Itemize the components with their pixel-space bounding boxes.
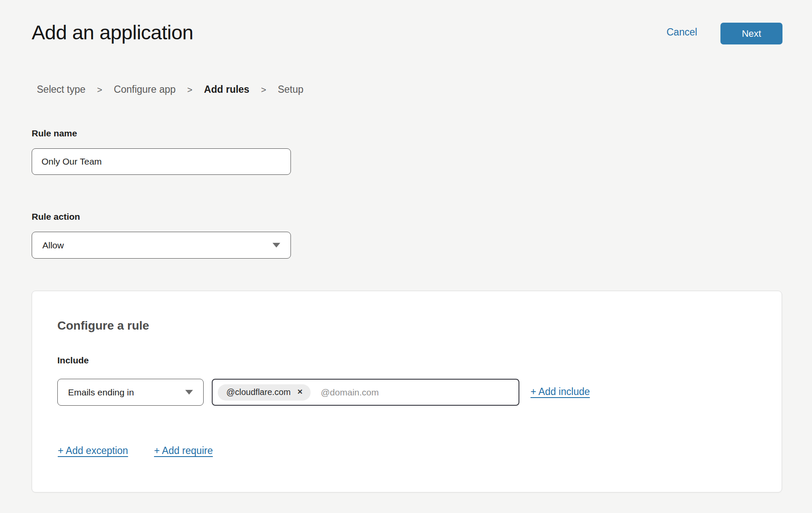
configure-rule-card: Configure a rule Include Emails ending i… — [32, 291, 782, 492]
breadcrumb: Select type > Configure app > Add rules … — [37, 84, 303, 95]
include-label: Include — [57, 355, 89, 366]
breadcrumb-step-setup[interactable]: Setup — [278, 84, 303, 95]
rule-action-select[interactable]: Allow — [32, 232, 291, 259]
email-domain-chip: @cloudflare.com ✕ — [218, 384, 311, 401]
breadcrumb-step-select-type[interactable]: Select type — [37, 84, 86, 95]
email-domain-chip-label: @cloudflare.com — [226, 387, 290, 397]
domain-entry-input[interactable] — [321, 387, 513, 398]
rule-action-label: Rule action — [32, 212, 80, 222]
breadcrumb-step-add-rules: Add rules — [204, 84, 249, 95]
next-button[interactable]: Next — [720, 23, 782, 44]
configure-rule-title: Configure a rule — [57, 319, 149, 333]
add-application-page: Add an application Cancel Next Select ty… — [0, 0, 812, 513]
add-include-link[interactable]: + Add include — [530, 386, 590, 398]
breadcrumb-separator: > — [261, 85, 266, 95]
add-exception-link[interactable]: + Add exception — [58, 445, 128, 457]
rule-action-selected-value: Allow — [42, 240, 64, 251]
rule-name-input[interactable] — [32, 148, 291, 175]
chevron-down-icon — [273, 243, 280, 248]
chevron-down-icon — [185, 390, 193, 395]
include-value-tag-input[interactable]: @cloudflare.com ✕ — [212, 379, 519, 406]
breadcrumb-step-configure-app[interactable]: Configure app — [114, 84, 176, 95]
rule-name-label: Rule name — [32, 128, 77, 139]
add-require-link[interactable]: + Add require — [154, 445, 213, 457]
include-selector-select[interactable]: Emails ending in — [57, 379, 204, 406]
breadcrumb-separator: > — [187, 85, 193, 95]
include-selector-value: Emails ending in — [68, 387, 134, 398]
cancel-button[interactable]: Cancel — [667, 27, 697, 38]
breadcrumb-separator: > — [97, 85, 102, 95]
page-title: Add an application — [32, 21, 193, 44]
remove-chip-icon[interactable]: ✕ — [297, 389, 302, 395]
